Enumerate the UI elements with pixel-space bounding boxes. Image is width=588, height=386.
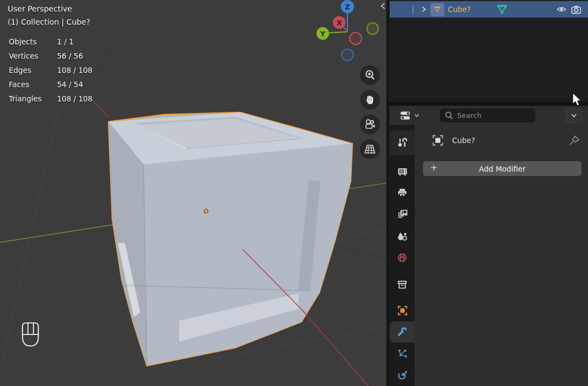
chevron-down-icon xyxy=(571,113,577,118)
expand-chevron-icon[interactable] xyxy=(420,6,427,13)
tool-icon xyxy=(397,138,408,148)
tab-tool[interactable] xyxy=(390,130,415,155)
viewport-header-overlay: User Perspective (1) Collection | Cube? xyxy=(8,2,90,29)
outliner-panel: Cube? xyxy=(386,0,588,102)
tab-particles[interactable] xyxy=(390,343,415,364)
mouse-icon xyxy=(20,321,42,348)
search-box[interactable] xyxy=(440,109,535,122)
movie-camera-icon xyxy=(364,118,376,130)
add-modifier-button[interactable]: + Add Modifier xyxy=(423,161,581,176)
physics-icon xyxy=(397,370,408,381)
properties-editor-icon xyxy=(399,110,413,121)
outliner-item-cube[interactable]: Cube? xyxy=(390,1,588,18)
pin-icon[interactable] xyxy=(568,134,580,146)
blender-window: Z X Y xyxy=(0,0,588,386)
outliner-item-label[interactable]: Cube? xyxy=(448,5,471,14)
grid-icon xyxy=(364,143,376,155)
object-data-icon xyxy=(431,134,444,147)
breadcrumb: (1) Collection | Cube? xyxy=(8,15,90,29)
properties-panel: Cube? + Add Modifier xyxy=(386,106,588,386)
eye-visibility-icon[interactable] xyxy=(556,5,567,14)
filter-dropdown-button[interactable] xyxy=(566,109,583,123)
zoom-button[interactable] xyxy=(360,65,380,85)
panel-splitter[interactable] xyxy=(386,102,588,106)
render-camera-back-icon xyxy=(397,167,408,176)
scene-statistics: Objects 1 / 1 Vertices 56 / 56 Edges 108… xyxy=(9,35,93,106)
magnifier-plus-icon xyxy=(364,70,375,81)
tab-view-layer[interactable] xyxy=(390,204,415,225)
hand-icon xyxy=(364,94,375,105)
pan-button[interactable] xyxy=(360,90,380,110)
world-globe-icon xyxy=(397,253,407,263)
modifiers-wrench-icon xyxy=(397,327,408,338)
output-printer-icon xyxy=(397,188,407,197)
sidebar-collapse-arrow[interactable] xyxy=(378,1,386,11)
chevron-left-icon xyxy=(380,2,386,10)
search-input[interactable] xyxy=(457,111,517,120)
editor-type-button[interactable] xyxy=(397,109,421,123)
tab-world[interactable] xyxy=(390,247,415,268)
modifier-properties-content: Cube? + Add Modifier xyxy=(415,125,588,386)
navigation-gizmo[interactable]: Z X Y xyxy=(315,0,386,66)
collection-box-icon xyxy=(397,280,407,290)
svg-text:X: X xyxy=(336,19,342,27)
stat-triangles: Triangles 108 / 108 xyxy=(9,92,93,106)
properties-header xyxy=(390,106,588,125)
chevron-down-icon xyxy=(414,113,419,117)
camera-render-icon[interactable] xyxy=(571,5,581,14)
properties-tab-strip xyxy=(390,125,415,386)
scene-icon xyxy=(397,231,408,241)
mesh-data-icon xyxy=(496,3,508,15)
object-origin-dot xyxy=(204,209,208,213)
svg-text:Y: Y xyxy=(319,30,326,38)
search-icon xyxy=(445,111,453,120)
tab-modifiers[interactable] xyxy=(390,321,415,343)
properties-breadcrumb: Cube? xyxy=(431,134,580,147)
mouse-cursor xyxy=(571,92,583,109)
stat-faces: Faces 54 / 54 xyxy=(9,77,93,92)
stat-vertices: Vertices 56 / 56 xyxy=(9,49,93,63)
camera-view-button[interactable] xyxy=(360,115,380,134)
gizmo-axis-neg-x-ball xyxy=(350,32,362,44)
tab-object[interactable] xyxy=(390,300,415,321)
particles-icon xyxy=(397,349,408,359)
plus-icon: + xyxy=(430,162,437,173)
gizmo-axis-x-ball: X xyxy=(333,16,346,29)
view-layer-images-icon xyxy=(397,209,408,219)
mouse-nav-hint xyxy=(20,321,42,350)
viewport-3d[interactable]: Z X Y xyxy=(0,0,386,386)
tab-output[interactable] xyxy=(390,182,415,203)
tab-collection[interactable] xyxy=(390,274,415,295)
tab-scene[interactable] xyxy=(390,225,415,247)
drag-handle xyxy=(413,5,414,14)
cube-mesh xyxy=(109,112,352,366)
object-properties-icon xyxy=(397,305,408,316)
tab-render[interactable] xyxy=(390,161,415,182)
gizmo-axis-z-ball: Z xyxy=(341,0,354,13)
tab-physics[interactable] xyxy=(390,365,415,386)
perspective-toggle-button[interactable] xyxy=(360,139,380,159)
gizmo-axis-neg-y-ball xyxy=(367,23,379,35)
mesh-object-icon xyxy=(430,3,444,16)
stat-edges: Edges 108 / 108 xyxy=(9,63,93,77)
svg-text:Z: Z xyxy=(345,3,350,11)
gizmo-axis-neg-z-ball xyxy=(342,49,353,61)
breadcrumb-object-name[interactable]: Cube? xyxy=(452,136,475,145)
view-perspective-label: User Perspective xyxy=(8,2,90,15)
stat-objects: Objects 1 / 1 xyxy=(9,35,93,49)
gizmo-axis-y-ball: Y xyxy=(317,27,329,40)
